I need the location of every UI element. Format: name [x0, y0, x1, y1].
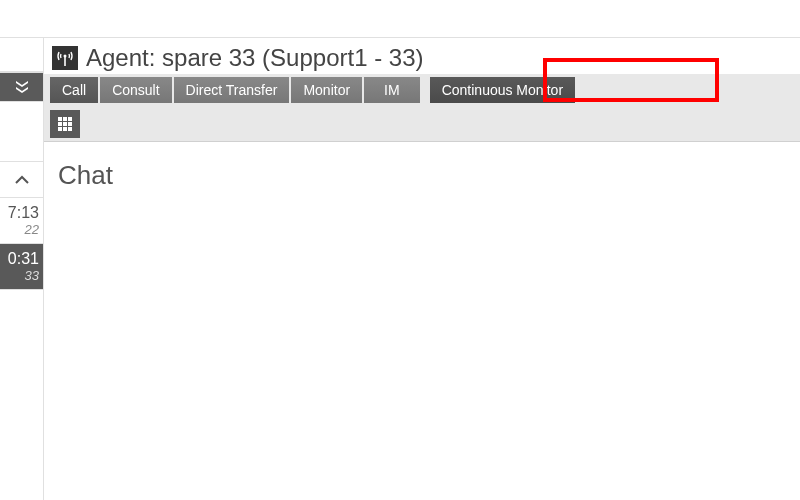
agent-header: Agent: spare 33 (Support1 - 33) — [44, 38, 800, 74]
main-area: 7:13 22 0:31 33 Agent: spare 33 (Support… — [0, 38, 800, 500]
svg-rect-1 — [58, 117, 62, 121]
sidebar-spacer — [0, 102, 43, 162]
chat-heading: Chat — [58, 160, 786, 191]
top-bar — [0, 0, 800, 38]
toolbar: Call Consult Direct Transfer Monitor IM … — [44, 74, 800, 106]
sidebar-collapse-button[interactable] — [0, 72, 43, 102]
sidebar: 7:13 22 0:31 33 — [0, 38, 44, 500]
consult-button[interactable]: Consult — [100, 77, 171, 103]
svg-rect-8 — [63, 127, 67, 131]
time-label: 7:13 — [0, 204, 39, 222]
sidebar-top-box — [0, 38, 43, 72]
grid-icon — [57, 116, 73, 132]
double-chevron-down-icon — [14, 80, 30, 94]
svg-rect-6 — [68, 122, 72, 126]
list-item[interactable]: 7:13 22 — [0, 198, 43, 244]
content: Agent: spare 33 (Support1 - 33) Call Con… — [44, 38, 800, 500]
svg-rect-4 — [58, 122, 62, 126]
monitor-button[interactable]: Monitor — [291, 77, 362, 103]
chevron-up-icon — [14, 175, 30, 185]
call-button[interactable]: Call — [50, 77, 98, 103]
svg-rect-7 — [58, 127, 62, 131]
im-button[interactable]: IM — [364, 77, 420, 103]
antenna-badge — [52, 46, 78, 70]
sidebar-expand-up-button[interactable] — [0, 162, 43, 198]
chat-section: Chat — [44, 142, 800, 209]
time-sub-label: 33 — [0, 268, 39, 283]
antenna-icon — [56, 49, 74, 67]
grid-view-button[interactable] — [50, 110, 80, 138]
list-item[interactable]: 0:31 33 — [0, 244, 43, 290]
time-label: 0:31 — [0, 250, 39, 268]
agent-title: Agent: spare 33 (Support1 - 33) — [86, 44, 424, 72]
continuous-monitor-button[interactable]: Continuous Monitor — [430, 77, 575, 103]
svg-rect-3 — [68, 117, 72, 121]
svg-rect-9 — [68, 127, 72, 131]
time-sub-label: 22 — [0, 222, 39, 237]
svg-rect-2 — [63, 117, 67, 121]
direct-transfer-button[interactable]: Direct Transfer — [174, 77, 290, 103]
sub-toolbar — [44, 106, 800, 142]
svg-rect-5 — [63, 122, 67, 126]
